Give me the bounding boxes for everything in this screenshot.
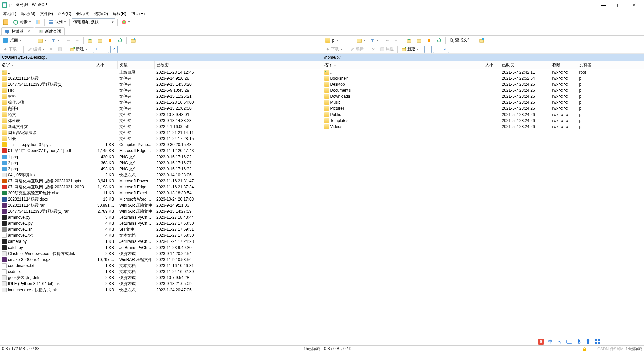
- col-name[interactable]: 名字▴: [0, 61, 94, 69]
- remote-edit-button[interactable]: 编辑: [348, 46, 368, 53]
- remote-new-button[interactable]: +新建: [400, 46, 420, 53]
- table-row[interactable]: Clash for Windows.exe - 快捷方式.lnk2 KB快捷方式…: [0, 251, 322, 257]
- local-new-button[interactable]: +新建: [68, 46, 89, 53]
- table-row[interactable]: 操作步骤文件夹2023-11-28 16:54:00: [0, 99, 322, 105]
- menu-item[interactable]: 帮助(H): [129, 10, 147, 17]
- table-row[interactable]: 2023211114杨震.docx13 KBMicrosoft Word ...…: [0, 196, 322, 202]
- table-row[interactable]: 01_第1讲_OpenCV-Python入门.pdf1,145 KBMicros…: [0, 148, 322, 154]
- local-forward-icon[interactable]: →: [74, 37, 81, 44]
- local-bookmark-icon[interactable]: [129, 37, 138, 44]
- table-row[interactable]: 2023211114杨震文件夹2023-9-14 9:10:28: [0, 75, 322, 81]
- local-home-icon[interactable]: [106, 37, 114, 44]
- table-row[interactable]: 周五高级算法课文件夹2023-11-21 21:14:11: [0, 130, 322, 136]
- col-size[interactable]: 大小: [483, 61, 500, 69]
- remote-upload-button[interactable]: 下载: [324, 46, 344, 53]
- table-row[interactable]: Music2021-5-7 23:24:26rwxr-xr-xpi: [322, 99, 644, 105]
- local-back-icon[interactable]: ←: [65, 37, 72, 44]
- table-row[interactable]: 材料文件夹2023-9-15 11:26:21: [0, 93, 322, 99]
- remote-open-dir-icon[interactable]: [355, 37, 367, 44]
- table-row[interactable]: 209研究生实验室IP统计.xlsx11 KBMicrosoft Excel .…: [0, 190, 322, 196]
- col-changed[interactable]: 已改变: [500, 61, 550, 69]
- local-filter-icon[interactable]: [49, 37, 61, 44]
- local-delete-icon[interactable]: ✕: [47, 46, 55, 53]
- table-row[interactable]: Desktop2021-5-7 23:24:25rwxr-xr-xpi: [322, 81, 644, 87]
- menu-item[interactable]: 命令(C): [56, 10, 73, 17]
- table-row[interactable]: Bookshelf2021-5-7 22:52:54rwxr-xr-xpi: [322, 75, 644, 81]
- maximize-button[interactable]: ▢: [611, 0, 627, 10]
- menu-item[interactable]: 会话(S): [74, 10, 92, 17]
- close-button[interactable]: ✕: [627, 0, 642, 10]
- table-row[interactable]: 1.png430 KBPNG 文件2023-9-15 17:16:22: [0, 154, 322, 160]
- table-row[interactable]: 04，05环境.lnk2 KB快捷方式2022-9-14 10:28:06: [0, 172, 322, 178]
- transfer-settings-combo[interactable]: 传输选项 默认: [72, 18, 115, 26]
- remote-file-list[interactable]: 名字▴ 大小 已改变 权限 拥有者 ..2021-5-7 22:42:11rwx…: [322, 61, 644, 345]
- table-row[interactable]: 新建文件夹文件夹2022-4-1 16:00:56: [0, 124, 322, 130]
- local-drive-combo[interactable]: 桌面: [1, 37, 32, 44]
- col-size[interactable]: 大小: [94, 61, 117, 69]
- table-row[interactable]: 104773410112390学硕杨震(1)文件夹2023-9-13 14:30…: [0, 81, 322, 87]
- tab-close-icon[interactable]: ✕: [27, 29, 30, 34]
- table-row[interactable]: armmove1.py4 KBJetBrains PyChar...2023-1…: [0, 220, 322, 226]
- remote-bookmark-icon[interactable]: [477, 37, 486, 44]
- local-edit-button[interactable]: 编辑: [26, 46, 46, 53]
- remote-root-icon[interactable]: [415, 37, 423, 44]
- menu-item[interactable]: 选项(O): [92, 10, 110, 17]
- address-book-icon[interactable]: [1, 18, 10, 26]
- local-plus-icon[interactable]: ＋: [93, 46, 100, 53]
- sync-button[interactable]: 同步: [11, 18, 32, 26]
- table-row[interactable]: __init__.cpython-37.pyc1 KBCompiled Pyth…: [0, 142, 322, 148]
- table-row[interactable]: armmove1.txt4 KB文本文档2023-11-27 17:58:30: [0, 232, 322, 238]
- table-row[interactable]: 论文文件夹2023-10-8 9:48:01: [0, 112, 322, 118]
- menu-item[interactable]: 远程(R): [111, 10, 128, 17]
- table-row[interactable]: Videos2021-5-7 23:24:26rwxr-xr-xpi: [322, 124, 644, 130]
- table-row[interactable]: ..上级目录2023-11-28 14:12:46: [0, 69, 322, 76]
- table-row[interactable]: launcher.exe - 快捷方式.lnk1 KB快捷方式2023-1-24…: [0, 287, 322, 293]
- local-open-dir-icon[interactable]: [36, 37, 48, 44]
- table-row[interactable]: catch.py1 KBJetBrains PyChar...2023-11-2…: [0, 245, 322, 251]
- table-row[interactable]: 07_网络化与互联网+思维-20231031.pptx3,941 KBMicro…: [0, 178, 322, 184]
- table-row[interactable]: 2023211114杨震.rar30,891 ...WinRAR 压缩文件202…: [0, 202, 322, 208]
- col-name[interactable]: 名字▴: [322, 61, 483, 69]
- table-row[interactable]: Public2021-5-7 23:24:26rwxr-xr-xpi: [322, 112, 644, 118]
- local-minus-icon[interactable]: －: [102, 46, 109, 53]
- table-row[interactable]: Templates2021-5-7 23:24:26rwxr-xr-xpi: [322, 118, 644, 124]
- table-row[interactable]: IDLE (Python 3.11 64-bit).lnk2 KB快捷方式202…: [0, 281, 322, 287]
- remote-drive-combo[interactable]: pi: [324, 37, 351, 44]
- table-row[interactable]: 104773410112390学硕杨震(1).rar2,789 KBWinRAR…: [0, 208, 322, 214]
- compare-icon[interactable]: [34, 18, 42, 26]
- tab-new-session[interactable]: + 新建会话: [35, 27, 65, 35]
- remote-back-icon[interactable]: ←: [384, 37, 391, 44]
- col-type[interactable]: 类型: [117, 61, 154, 69]
- table-row[interactable]: Downloads2021-5-7 23:24:26rwxr-xr-xpi: [322, 93, 644, 99]
- remote-up-icon[interactable]: [405, 37, 413, 44]
- table-row[interactable]: HR文件夹2022-6-9 10:45:29: [0, 87, 322, 93]
- queue-button[interactable]: 队列: [47, 18, 67, 26]
- local-root-icon[interactable]: [96, 37, 104, 44]
- table-row[interactable]: 3.png493 KBPNG 文件2023-9-15 17:16:32: [0, 166, 322, 172]
- table-row[interactable]: csdn.txt1 KB文本文档2023-11-24 16:02:39: [0, 269, 322, 275]
- local-download-button[interactable]: 下载: [1, 46, 21, 53]
- col-owner[interactable]: 拥有者: [577, 61, 644, 69]
- table-row[interactable]: 体检表文件夹2023-9-13 14:38:23: [0, 118, 322, 124]
- local-check-icon[interactable]: ✓: [110, 46, 118, 53]
- tab-session[interactable]: 树莓派 ✕: [1, 27, 34, 35]
- table-row[interactable]: 翻译4文件夹2023-9-13 21:02:50: [0, 105, 322, 112]
- remote-properties-button[interactable]: 属性: [378, 46, 395, 53]
- menu-item[interactable]: 标记(M): [19, 10, 37, 17]
- remote-path[interactable]: /home/pi/: [322, 54, 644, 61]
- table-row[interactable]: armmove.py3 KBJetBrains PyChar...2023-11…: [0, 214, 322, 220]
- col-changed[interactable]: 已改变: [154, 61, 322, 69]
- remote-home-icon[interactable]: [425, 37, 433, 44]
- table-row[interactable]: 2.png368 KBPNG 文件2023-9-15 17:16:27: [0, 160, 322, 166]
- table-row[interactable]: coordinates.txt1 KB文本文档2023-11-16 10:46:…: [0, 263, 322, 269]
- table-row[interactable]: 组会文件夹2023-11-24 17:28:15: [0, 136, 322, 142]
- remote-plus-icon[interactable]: ＋: [424, 46, 432, 53]
- remote-minus-icon[interactable]: －: [433, 46, 440, 53]
- local-file-list[interactable]: 名字▴ 大小 类型 已改变 ..上级目录2023-11-28 14:12:462…: [0, 61, 322, 345]
- remote-refresh-icon[interactable]: [435, 37, 443, 44]
- remote-delete-icon[interactable]: ✕: [370, 46, 377, 53]
- table-row[interactable]: ..2021-5-7 22:42:11rwxr-xr-xroot: [322, 69, 644, 76]
- minimize-button[interactable]: ―: [596, 0, 611, 10]
- table-row[interactable]: armmove1.sh4 KBSH 文件2023-11-27 17:59:31: [0, 226, 322, 232]
- menu-item[interactable]: 文件(F): [38, 10, 55, 17]
